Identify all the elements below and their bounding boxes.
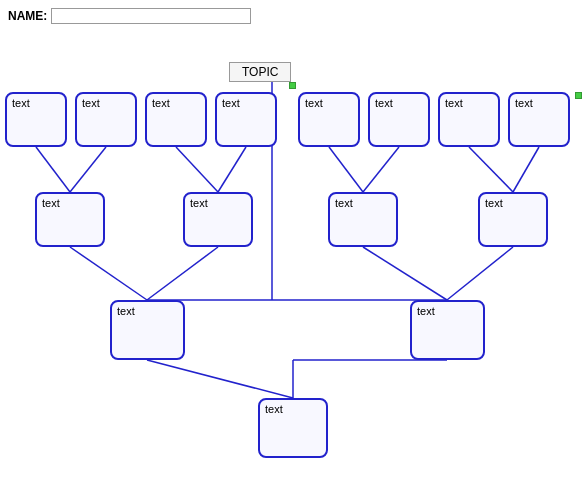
right-connector-dot	[575, 92, 582, 99]
node-r2n2[interactable]: text	[183, 192, 253, 247]
node-r3n1[interactable]: text	[110, 300, 185, 360]
topic-connector-dot	[289, 82, 296, 89]
node-r2n1[interactable]: text	[35, 192, 105, 247]
svg-line-14	[147, 360, 293, 398]
svg-line-4	[176, 147, 218, 192]
svg-line-13	[447, 247, 513, 300]
svg-line-9	[513, 147, 539, 192]
node-r1n2[interactable]: text	[75, 92, 137, 147]
node-r1n5[interactable]: text	[298, 92, 360, 147]
svg-line-11	[147, 247, 218, 300]
node-r1n6[interactable]: text	[368, 92, 430, 147]
svg-line-7	[363, 147, 399, 192]
topic-box[interactable]: TOPIC	[229, 62, 291, 82]
node-r2n4[interactable]: text	[478, 192, 548, 247]
svg-line-3	[70, 147, 106, 192]
node-r2n3[interactable]: text	[328, 192, 398, 247]
node-r1n3[interactable]: text	[145, 92, 207, 147]
svg-line-12	[363, 247, 447, 300]
svg-line-2	[36, 147, 70, 192]
name-row: NAME:	[8, 8, 251, 24]
page-container: NAME: TOPIC	[0, 0, 585, 500]
topic-label: TOPIC	[242, 65, 278, 79]
node-r1n4[interactable]: text	[215, 92, 277, 147]
node-r1n1[interactable]: text	[5, 92, 67, 147]
node-r1n8[interactable]: text	[508, 92, 570, 147]
node-r4n1[interactable]: text	[258, 398, 328, 458]
name-input[interactable]	[51, 8, 251, 24]
node-r3n2[interactable]: text	[410, 300, 485, 360]
name-label: NAME:	[8, 9, 47, 23]
node-r1n7[interactable]: text	[438, 92, 500, 147]
svg-line-10	[70, 247, 147, 300]
svg-line-8	[469, 147, 513, 192]
svg-line-6	[329, 147, 363, 192]
svg-line-5	[218, 147, 246, 192]
